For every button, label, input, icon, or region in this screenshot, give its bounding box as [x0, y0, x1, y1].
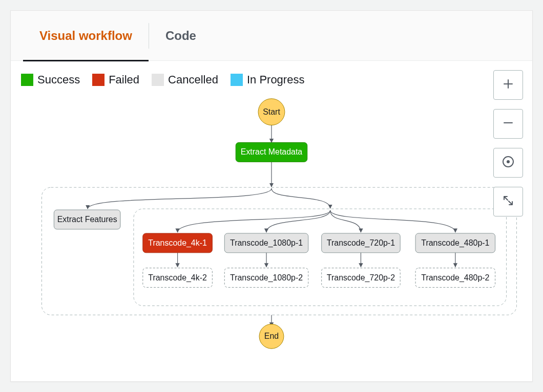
zoom-in-button[interactable]	[493, 70, 523, 100]
legend-label: Failed	[109, 73, 139, 86]
legend-failed: Failed	[92, 73, 139, 86]
legend-success: Success	[21, 73, 80, 86]
edge-inner-4k	[178, 210, 330, 232]
edge-inner-720	[330, 210, 361, 232]
expand-icon	[502, 194, 514, 209]
status-legend: Success Failed Cancelled In Progress	[21, 73, 304, 86]
node-transcode-720p-1-label: Transcode_720p-1	[327, 238, 395, 248]
tabs-bar: Visual workflow Code	[11, 11, 532, 61]
legend-label: Success	[37, 73, 80, 86]
edge-inner-1080	[266, 210, 330, 232]
legend-label: In Progress	[247, 73, 305, 86]
tab-label: Visual workflow	[39, 29, 132, 43]
canvas-area: Success Failed Cancelled In Progress	[11, 61, 532, 381]
legend-label: Cancelled	[168, 73, 218, 86]
swatch-success	[21, 74, 33, 86]
tab-visual-workflow[interactable]: Visual workflow	[23, 11, 149, 61]
node-transcode-1080p-2-label: Transcode_1080p-2	[230, 273, 303, 282]
node-transcode-480p-1-label: Transcode_480p-1	[421, 238, 489, 248]
node-transcode-4k-2-label: Transcode_4k-2	[148, 273, 207, 282]
workflow-panel: Visual workflow Code Success Failed Canc…	[10, 10, 533, 382]
node-extract-metadata-label: Extract Metadata	[241, 147, 303, 156]
edge-to-extract-features	[88, 188, 272, 209]
plus-icon	[502, 78, 514, 92]
target-icon	[502, 155, 515, 170]
swatch-in-progress	[231, 74, 243, 86]
node-transcode-480p-2-label: Transcode_480p-2	[421, 273, 489, 282]
node-extract-features-label: Extract Features	[57, 215, 117, 224]
swatch-failed	[92, 74, 105, 86]
node-transcode-720p-2-label: Transcode_720p-2	[327, 273, 395, 282]
center-button[interactable]	[493, 148, 523, 178]
legend-in-progress: In Progress	[231, 73, 305, 86]
fullscreen-button[interactable]	[493, 187, 523, 216]
node-transcode-1080p-1-label: Transcode_1080p-1	[230, 238, 303, 248]
node-end-label: End	[264, 332, 279, 340]
node-start-label: Start	[263, 107, 280, 116]
parallel-group-inner	[134, 209, 507, 306]
tab-label: Code	[165, 29, 196, 43]
legend-cancelled: Cancelled	[152, 73, 218, 86]
zoom-controls	[493, 70, 523, 216]
tab-code[interactable]: Code	[149, 11, 213, 61]
edge-to-inner	[272, 188, 330, 208]
svg-point-1	[507, 160, 510, 163]
workflow-svg[interactable]: Start Extract Metadata Extract Features …	[11, 61, 532, 381]
node-transcode-4k-1-label: Transcode_4k-1	[148, 238, 207, 248]
zoom-out-button[interactable]	[493, 109, 523, 139]
swatch-cancelled	[152, 74, 164, 86]
minus-icon	[502, 117, 514, 131]
